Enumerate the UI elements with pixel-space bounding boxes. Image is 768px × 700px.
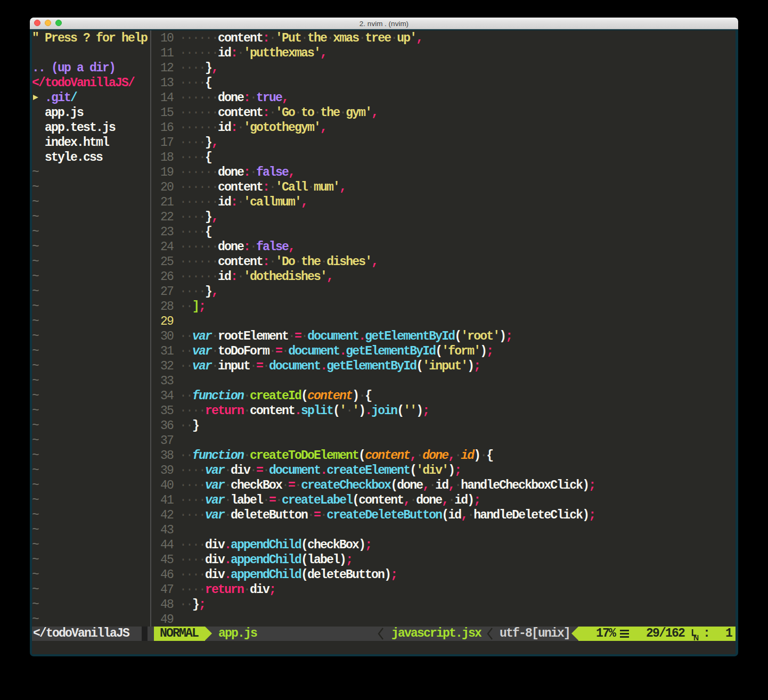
svg-text:N: N: [693, 633, 699, 642]
